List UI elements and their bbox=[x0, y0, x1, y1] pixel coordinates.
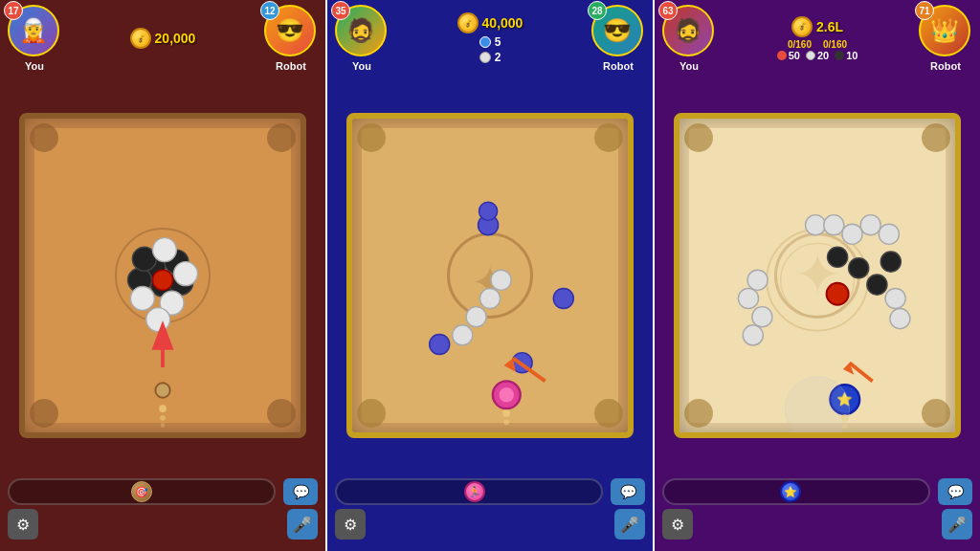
center-circle-1 bbox=[115, 228, 211, 323]
chat-button-2[interactable]: 💬 bbox=[611, 478, 645, 505]
bottom-bar-1: 🎯 💬 ⚙ 🎤 bbox=[0, 474, 325, 551]
player-robot-1: 😎 12 Robot bbox=[264, 5, 318, 72]
piece-count-red: 50 bbox=[777, 50, 800, 61]
level-badge-you-3: 63 bbox=[658, 1, 678, 20]
mic-button-2[interactable]: 🎤 bbox=[614, 509, 645, 540]
level-badge-you-1: 17 bbox=[4, 1, 23, 20]
striker-bar-row-2: 🏃 💬 bbox=[335, 478, 645, 505]
piece-dot-red bbox=[777, 51, 787, 60]
chat-button-1[interactable]: 💬 bbox=[283, 478, 318, 505]
player-name-robot-1: Robot bbox=[276, 60, 306, 72]
score-row-robot-2: 2 bbox=[479, 51, 501, 64]
coin-amount-2: 40,000 bbox=[482, 15, 523, 31]
corner-bl-2 bbox=[357, 399, 386, 428]
level-badge-robot-3: 71 bbox=[915, 1, 934, 20]
coin-icon-2: 💰 bbox=[457, 12, 479, 33]
you-progress-3: 0/160 bbox=[788, 39, 812, 50]
level-badge-you-2: 35 bbox=[331, 1, 350, 20]
avatar-container-robot-1: 😎 12 bbox=[264, 5, 318, 58]
corner-br-2 bbox=[594, 399, 623, 428]
controls-row-3: ⚙ 🎤 bbox=[662, 509, 972, 540]
gear-button-3[interactable]: ⚙ bbox=[662, 509, 693, 540]
level-badge-robot-1: 12 bbox=[260, 1, 279, 20]
game-panel-3: 🧔 63 You 💰 2.6L 0/160 0/160 5 bbox=[655, 0, 980, 551]
piece-count-white: 20 bbox=[806, 50, 829, 61]
score-val-you-2: 5 bbox=[495, 35, 501, 49]
avatar-container-robot-3: 👑 71 bbox=[919, 5, 972, 58]
piece-count-white-num: 20 bbox=[817, 50, 829, 61]
mic-button-3[interactable]: 🎤 bbox=[942, 509, 972, 540]
header-1: 🧝 17 You 💰 20,000 😎 12 Robot bbox=[0, 0, 325, 77]
avatar-container-you-2: 🧔 35 bbox=[335, 5, 389, 58]
avatar-container-you-1: 🧝 17 bbox=[8, 5, 61, 58]
board-2: ✦ bbox=[346, 113, 634, 438]
striker-icon-1: 🎯 bbox=[131, 481, 152, 502]
piece-count-black-num: 10 bbox=[846, 50, 858, 61]
player-name-you-1: You bbox=[25, 60, 44, 72]
chat-button-3[interactable]: 💬 bbox=[938, 478, 972, 505]
corner-tr-3 bbox=[922, 123, 950, 152]
controls-row-1: ⚙ 🎤 bbox=[8, 509, 318, 540]
coin-row-1: 💰 20,000 bbox=[130, 28, 196, 49]
player-you-2: 🧔 35 You bbox=[335, 5, 389, 72]
coin-row-3: 💰 2.6L bbox=[791, 16, 843, 37]
corner-tr-2 bbox=[594, 123, 623, 152]
striker-icon-3: ⭐ bbox=[780, 481, 801, 502]
corner-bl-1 bbox=[30, 399, 58, 428]
mic-button-1[interactable]: 🎤 bbox=[287, 509, 318, 540]
board-3: ✦ bbox=[674, 113, 961, 438]
corner-tl-2 bbox=[357, 123, 386, 152]
player-name-you-3: You bbox=[679, 60, 699, 72]
player-name-you-2: You bbox=[352, 60, 371, 72]
corner-tl-1 bbox=[30, 123, 58, 152]
score-val-robot-2: 2 bbox=[495, 51, 501, 64]
piece-dot-white bbox=[806, 51, 815, 60]
header-2: 🧔 35 You 💰 40,000 5 2 😎 28 bbox=[327, 0, 653, 77]
avatar-container-robot-2: 😎 28 bbox=[591, 5, 645, 58]
corner-br-3 bbox=[922, 399, 950, 428]
coin-area-1: 💰 20,000 bbox=[61, 28, 264, 49]
robot-progress-3: 0/160 bbox=[823, 39, 847, 50]
bottom-bar-3: ⭐ 💬 ⚙ 🎤 bbox=[655, 474, 980, 551]
controls-row-2: ⚙ 🎤 bbox=[335, 509, 645, 540]
coin-area-3: 💰 2.6L 0/160 0/160 50 20 bbox=[716, 16, 919, 61]
score-dot-you-2 bbox=[479, 36, 491, 48]
piece-count-black: 10 bbox=[835, 50, 858, 61]
board-container-1 bbox=[0, 77, 325, 474]
board-1 bbox=[19, 113, 306, 438]
coin-amount-3: 2.6L bbox=[816, 19, 843, 34]
player-you-1: 🧝 17 You bbox=[8, 5, 61, 72]
coin-icon-3: 💰 bbox=[791, 16, 813, 37]
striker-bar-3[interactable]: ⭐ bbox=[662, 478, 930, 505]
gear-button-2[interactable]: ⚙ bbox=[335, 509, 366, 540]
player-name-robot-3: Robot bbox=[930, 60, 961, 72]
corner-bl-3 bbox=[684, 399, 713, 428]
striker-bar-2[interactable]: 🏃 bbox=[335, 478, 603, 505]
coin-icon-1: 💰 bbox=[130, 28, 151, 49]
header-3: 🧔 63 You 💰 2.6L 0/160 0/160 5 bbox=[655, 0, 980, 77]
score-dot-robot-2 bbox=[479, 52, 491, 63]
player-robot-3: 👑 71 Robot bbox=[919, 5, 972, 72]
corner-br-1 bbox=[267, 399, 296, 428]
coin-row-2: 💰 40,000 bbox=[457, 12, 523, 33]
center-circle-3 bbox=[774, 232, 860, 319]
piece-count-red-num: 50 bbox=[789, 50, 800, 61]
player-you-3: 🧔 63 You bbox=[662, 5, 716, 72]
gear-button-1[interactable]: ⚙ bbox=[8, 509, 38, 540]
game-panel-1: 🧝 17 You 💰 20,000 😎 12 Robot bbox=[0, 0, 325, 551]
svg-point-58 bbox=[842, 424, 848, 430]
bottom-bar-2: 🏃 💬 ⚙ 🎤 bbox=[327, 474, 653, 551]
striker-bar-1[interactable]: 🎯 bbox=[8, 478, 276, 505]
coin-area-2: 💰 40,000 5 2 bbox=[389, 12, 591, 64]
board-container-3: ✦ bbox=[655, 77, 980, 474]
board-container-2: ✦ bbox=[327, 77, 653, 474]
corner-tl-3 bbox=[684, 123, 713, 152]
striker-icon-2: 🏃 bbox=[464, 481, 485, 502]
center-circle-2 bbox=[447, 232, 533, 319]
coin-amount-1: 20,000 bbox=[155, 31, 196, 46]
striker-bar-row-1: 🎯 💬 bbox=[8, 478, 318, 505]
player-robot-2: 😎 28 Robot bbox=[591, 5, 645, 72]
player-name-robot-2: Robot bbox=[603, 60, 634, 72]
game-panel-2: 🧔 35 You 💰 40,000 5 2 😎 28 bbox=[327, 0, 653, 551]
score-row-you-2: 5 bbox=[479, 35, 501, 49]
